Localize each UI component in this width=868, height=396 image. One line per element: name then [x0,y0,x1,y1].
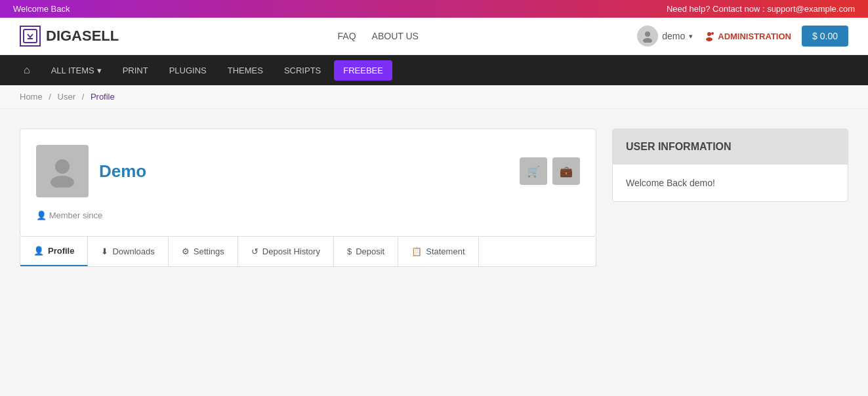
profile-avatar [36,145,89,197]
svg-point-7 [55,159,70,174]
cart-button[interactable]: 🛒 [520,157,547,185]
statement-tab-icon: 📋 [411,247,422,256]
page-content: Demo 🛒 💼 👤 Member since [0,109,868,287]
balance-amount: 0.00 [820,31,838,41]
logo[interactable]: DIGASELL [20,26,119,47]
header-right: demo ▾ ADMINISTRATION $ 0.00 [637,26,848,47]
sidebar: USER INFORMATION Welcome Back demo! [612,129,848,267]
breadcrumb: Home / User / Profile [0,85,868,109]
header-nav: FAQ ABOUT US [338,31,419,41]
settings-tab-icon: ⚙ [182,247,190,256]
user-info-card: USER INFORMATION Welcome Back demo! [612,129,848,202]
breadcrumb-sep-2: / [82,92,85,102]
tab-settings[interactable]: ⚙ Settings [169,237,238,266]
chevron-down-icon: ▾ [689,32,693,41]
profile-name-area: Demo [99,161,146,182]
banner-right-text: Need help? Contact now : support@example… [667,4,855,14]
chevron-down-icon: ▾ [97,66,102,75]
svg-point-5 [706,37,713,41]
profile-tabs: 👤 Profile ⬇ Downloads ⚙ Settings ↺ Depos… [20,237,596,267]
svg-rect-0 [24,30,37,43]
banner-left-text: Welcome Back [13,4,70,14]
svg-point-6 [711,32,714,35]
breadcrumb-home[interactable]: Home [20,92,43,102]
dollar-icon: $ [812,31,817,41]
nav-plugins[interactable]: PLUGINS [159,56,217,85]
profile-left: Demo [36,145,146,197]
svg-point-3 [643,38,652,43]
briefcase-button[interactable]: 💼 [552,157,580,185]
home-icon: ⌂ [24,64,30,76]
svg-point-8 [51,176,74,188]
avatar [637,26,658,47]
top-banner: Welcome Back Need help? Contact now : su… [0,0,868,18]
cart-icon: 🛒 [527,165,540,178]
profile-name: Demo [99,161,146,182]
deposit-tab-icon: $ [347,247,352,256]
about-us-link[interactable]: ABOUT US [372,31,419,41]
nav-home[interactable]: ⌂ [13,55,41,85]
nav-themes[interactable]: THEMES [217,56,274,85]
user-info-title: USER INFORMATION [613,129,848,165]
tab-downloads[interactable]: ⬇ Downloads [88,237,168,266]
nav-freebee[interactable]: FREEBEE [334,60,392,81]
balance-button[interactable]: $ 0.00 [802,26,848,47]
nav-scripts[interactable]: SCRIPTS [274,56,331,85]
briefcase-icon: 💼 [560,165,573,178]
nav-print[interactable]: PRINT [112,56,159,85]
administration-link[interactable]: ADMINISTRATION [703,30,791,42]
downloads-tab-icon: ⬇ [101,247,108,256]
user-dropdown[interactable]: demo ▾ [637,26,693,47]
profile-actions: 🛒 💼 [520,157,580,185]
profile-section: Demo 🛒 💼 👤 Member since [20,129,596,267]
main-nav: ⌂ ALL ITEMS ▾ PRINT PLUGINS THEMES SCRIP… [0,55,868,85]
tab-deposit[interactable]: $ Deposit [334,237,398,266]
breadcrumb-current: Profile [91,92,115,102]
tab-statement[interactable]: 📋 Statement [398,237,478,266]
person-icon: 👤 [36,210,47,220]
svg-point-2 [645,31,650,37]
breadcrumb-sep-1: / [49,92,51,102]
profile-card: Demo 🛒 💼 👤 Member since [20,129,596,237]
svg-point-4 [707,32,711,36]
breadcrumb-user[interactable]: User [58,92,75,102]
deposit-history-tab-icon: ↺ [251,247,258,256]
logo-text: DIGASELL [46,28,119,45]
nav-all-items[interactable]: ALL ITEMS ▾ [41,56,112,85]
faq-link[interactable]: FAQ [338,31,356,41]
tab-profile[interactable]: 👤 Profile [20,237,88,266]
username: demo [662,31,685,41]
tab-deposit-history[interactable]: ↺ Deposit History [238,237,334,266]
header: DIGASELL FAQ ABOUT US demo ▾ ADMINISTRAT… [0,18,868,55]
member-since: 👤 Member since [36,210,580,220]
profile-tab-icon: 👤 [33,246,44,256]
logo-icon [20,26,41,47]
profile-header: Demo 🛒 💼 [36,145,580,197]
user-info-message: Welcome Back demo! [613,165,848,201]
